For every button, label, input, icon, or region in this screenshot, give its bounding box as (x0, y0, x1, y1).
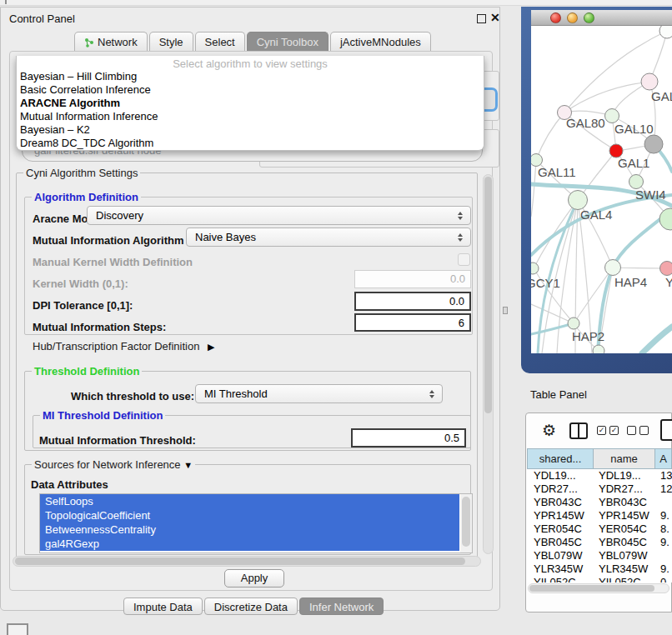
deselect-all-checkbox-icon[interactable] (639, 426, 649, 435)
dropdown-item-bayesian-hill-climbing[interactable]: Bayesian – Hill Climbing (17, 70, 484, 83)
network-edge-highlighted (642, 327, 672, 353)
vertical-scrollbar-thumb[interactable] (484, 177, 492, 413)
table-cell: YIL052C (594, 576, 655, 582)
stepper-arrows-icon (454, 212, 467, 220)
split-columns-icon[interactable] (569, 422, 588, 439)
zoom-traffic-light[interactable] (584, 12, 594, 23)
which-threshold-label: Which threshold to use: (71, 390, 194, 402)
table-cell: 8. (655, 522, 672, 536)
mi-type-value: Naive Bayes (187, 231, 454, 243)
tab-infer-network[interactable]: Infer Network (299, 598, 384, 615)
table-row[interactable]: YDL19...YDL19...13 (527, 469, 672, 482)
collapse-triangle-icon[interactable]: ▼ (183, 460, 193, 470)
apply-button[interactable]: Apply (224, 569, 284, 588)
table-cell: 9. (655, 536, 672, 549)
network-view-window: GALGAL80GAL10GAL1GAL11SWI4GAL4GCY1HAP4YH… (521, 7, 672, 373)
network-node-gal[interactable] (641, 73, 658, 90)
select-all-checkbox-icon[interactable]: ✓ (597, 426, 606, 435)
network-node-swi4[interactable] (629, 175, 644, 189)
minimize-traffic-light[interactable] (567, 12, 578, 23)
mi-threshold-group-title: MI Threshold Definition (40, 409, 165, 422)
stepper-arrows-icon (454, 233, 467, 242)
column-header-a[interactable]: A (655, 448, 672, 469)
dropdown-item-mutual-information-inference[interactable]: Mutual Information Inference (17, 110, 484, 123)
attribute-item-gal4rgexp[interactable]: gal4RGexp (40, 537, 459, 551)
table-row[interactable]: YBR045CYBR045C9. (527, 536, 672, 549)
data-attributes-list[interactable]: SelfLoopsTopologicalCoefficientBetweenne… (39, 493, 473, 553)
table-row[interactable]: YLR345WYLR345W9. (527, 562, 672, 576)
stepper-arrows-icon (425, 390, 439, 398)
cyni-algorithm-settings-title: Cyni Algorithm Settings (23, 167, 140, 179)
column-header-name[interactable]: name (594, 448, 655, 469)
tab-discretize-data[interactable]: Discretize Data (204, 598, 298, 615)
network-node-gcy1[interactable] (531, 262, 539, 274)
close-traffic-light[interactable] (550, 12, 561, 23)
deselect-all-checkbox-icon[interactable] (627, 426, 636, 435)
splitter-handle[interactable] (503, 307, 508, 314)
table-cell: 0. (655, 576, 672, 582)
attributes-scrollbar-thumb[interactable] (462, 497, 470, 547)
network-node[interactable] (644, 135, 663, 153)
mi-threshold-field[interactable]: 0.5 (351, 428, 466, 448)
table-cell: 13 (655, 469, 672, 482)
tab-cyni-toolbox[interactable]: Cyni Toolbox (247, 32, 328, 51)
expand-triangle-icon[interactable]: ▶ (208, 342, 214, 352)
attribute-item-topologicalcoefficient[interactable]: TopologicalCoefficient (40, 508, 459, 522)
network-node[interactable] (593, 345, 604, 353)
network-node-hap2[interactable] (568, 318, 579, 329)
cyni-bottom-tabs: Impute DataDiscretize DataInfer Network (123, 598, 385, 615)
tab-network[interactable]: Network (74, 32, 148, 51)
mi-steps-field[interactable]: 6 (354, 313, 471, 332)
select-all-checkbox-icon[interactable]: ✓ (609, 426, 619, 435)
network-node[interactable] (659, 208, 672, 230)
top-strip (0, 0, 672, 6)
network-node-label: GAL80 (566, 116, 605, 130)
network-node-y[interactable] (660, 262, 672, 276)
table-row[interactable]: YBR043CYBR043C (527, 496, 672, 509)
table-row[interactable]: YBL079WYBL079W (527, 549, 672, 562)
which-threshold-combobox[interactable]: MI Threshold (195, 384, 443, 403)
dropdown-item-dream8-dc-tdc-algorithm[interactable]: Dream8 DC_TDC Algorithm (17, 137, 484, 150)
algorithm-dropdown-list: Select algorithm to view settings Bayesi… (16, 56, 484, 151)
tab-style[interactable]: Style (149, 32, 193, 51)
dpi-tolerance-label: DPI Tolerance [0,1]: (33, 299, 133, 312)
table-row[interactable]: YIL052CYIL052C0. (527, 576, 672, 582)
close-icon[interactable]: ✕ (490, 11, 500, 24)
mi-type-combobox[interactable]: Naive Bayes (186, 228, 471, 247)
network-node-label: GAL10 (614, 122, 654, 136)
table-row[interactable]: YER054CYER054C8. (527, 522, 672, 536)
hub-definition-label[interactable]: Hub/Transcription Factor Definition ▶ (33, 340, 214, 352)
table-row[interactable]: YDR27...YDR27...12 (527, 482, 672, 496)
tab-impute-data[interactable]: Impute Data (123, 598, 203, 615)
aracne-mode-value: Discovery (88, 209, 454, 222)
dpi-tolerance-field[interactable]: 0.0 (354, 292, 471, 311)
tab-label: Cyni Toolbox (257, 36, 318, 48)
table-cell: YIL052C (527, 576, 594, 582)
minimized-window-icon[interactable] (7, 623, 28, 635)
float-window-icon[interactable] (477, 14, 486, 23)
table-row[interactable]: YPR145WYPR145W9. (527, 509, 672, 522)
table-cell: 9. (655, 509, 672, 522)
tab-jactivemnodules[interactable]: jActiveMNodules (330, 32, 431, 51)
network-node-gal10[interactable] (605, 109, 619, 123)
dropdown-item-bayesian-k2[interactable]: Bayesian – K2 (17, 123, 484, 137)
dropdown-item-basic-correlation-inference[interactable]: Basic Correlation Inference (17, 83, 484, 97)
dropdown-item-aracne-algorithm[interactable]: ARACNE Algorithm (17, 97, 484, 110)
network-canvas[interactable]: GALGAL80GAL10GAL1GAL11SWI4GAL4GCY1HAP4YH… (531, 26, 672, 353)
network-node-hap4[interactable] (605, 260, 621, 276)
attribute-item-selfloops[interactable]: SelfLoops (40, 494, 459, 508)
network-window-titlebar[interactable] (531, 10, 672, 26)
table-cell: YBR045C (594, 536, 655, 549)
tab-select[interactable]: Select (195, 32, 245, 51)
network-node[interactable] (659, 26, 672, 38)
table-scrollbar-thumb[interactable] (529, 585, 654, 592)
aracne-mode-combobox[interactable]: Discovery (87, 206, 471, 225)
network-edge (574, 268, 613, 323)
column-header-shared[interactable]: shared... (527, 448, 594, 469)
horizontal-scrollbar-thumb[interactable] (15, 558, 465, 565)
network-node-label: GAL (651, 89, 672, 103)
function-builder-icon[interactable] (660, 419, 672, 441)
attribute-item-betweennesscentrality[interactable]: BetweennessCentrality (40, 522, 459, 537)
gear-icon[interactable]: ⚙ (542, 421, 556, 440)
which-threshold-value: MI Threshold (196, 388, 425, 400)
